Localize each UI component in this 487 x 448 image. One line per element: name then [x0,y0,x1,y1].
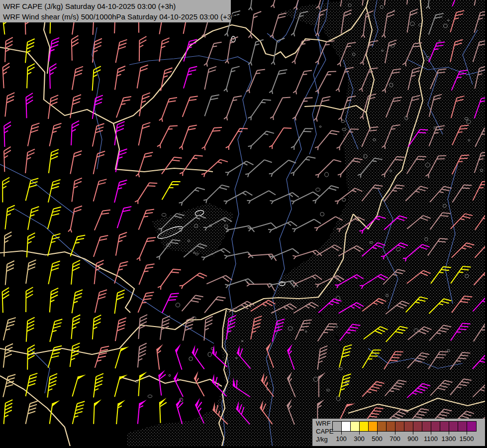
legend-tick-label: 1100 [424,435,438,443]
legend-label: WRF CAPE J/kg [316,420,333,444]
legend-tick-label: 300 [354,435,365,443]
legend-cell [440,422,449,431]
legend-label-line: J/kg [316,436,333,444]
legend-cell [387,422,395,431]
legend-cell [378,422,387,431]
title-line-shear: WRF Wind shear (m/s) 500/1000hPa Saturda… [3,11,231,22]
title-line-cape: WRF CAPE (J/kg) Saturday 04-10-2025 03:0… [3,1,231,11]
legend-tick-label: 700 [390,435,400,443]
legend-cell [458,422,467,431]
legend-tick [431,431,431,435]
legend-tick-label: 500 [372,435,383,443]
legend-cell [395,422,404,431]
legend-cell [369,422,378,431]
legend-tick [449,431,449,435]
legend-tick [395,431,395,435]
frame-right [485,0,487,448]
legend-cell [422,422,431,431]
weather-map: WRF CAPE (J/kg) Saturday 04-10-2025 03:0… [0,0,487,448]
legend-panel: WRF CAPE J/kg 10030050070090011001300150… [312,419,485,446]
legend-cell [351,422,360,431]
legend-cell [413,422,422,431]
legend-tick-label: 1500 [460,435,474,443]
title-box: WRF CAPE (J/kg) Saturday 04-10-2025 03:0… [0,0,231,22]
legend-cell [404,422,413,431]
legend-cell [431,422,440,431]
legend-label-line: CAPE [316,428,333,436]
legend-tick [377,431,378,435]
legend-cell [342,422,351,431]
cape-colorbar [332,421,477,432]
legend-tick-label: 900 [407,435,418,443]
legend-tick-label: 1300 [442,435,456,443]
legend-tick [341,431,342,435]
legend-tick [467,431,467,435]
legend-cell [360,422,369,431]
legend-cell [333,422,342,431]
legend-cell [467,422,476,431]
legend-tick [359,431,360,435]
map-canvas [0,0,487,448]
frame-bottom [0,446,487,448]
legend-tick-label: 100 [336,435,347,443]
legend-cell [449,422,458,431]
legend-tick [413,431,413,435]
legend-label-line: WRF [316,420,333,428]
